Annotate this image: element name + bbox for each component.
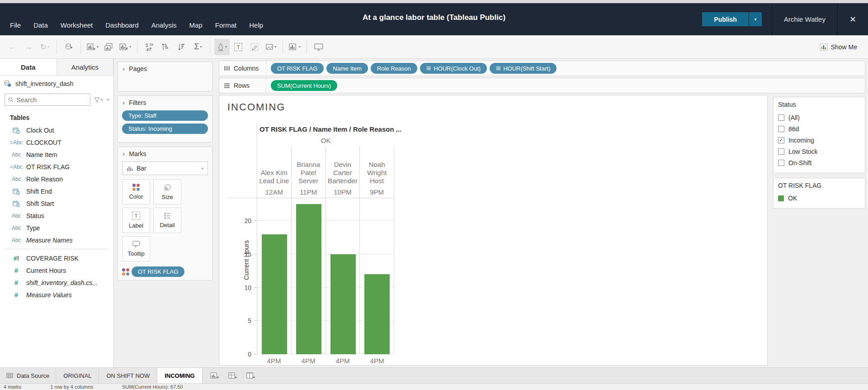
filter-pill[interactable]: Status: Incoming xyxy=(122,124,208,134)
data-source-tab[interactable]: Data Source xyxy=(0,368,56,383)
filter-checkbox-item[interactable]: 86d xyxy=(778,123,860,134)
member-header[interactable]: Alex Kim Lead Line xyxy=(257,146,292,186)
fix-axes-icon[interactable]: ▾ xyxy=(263,39,278,55)
field-row[interactable]: Shift Start xyxy=(0,197,113,209)
checkbox-icon[interactable] xyxy=(778,148,784,155)
hour-header[interactable]: 9PM xyxy=(360,186,394,198)
column-pill[interactable]: Name Item xyxy=(326,63,368,74)
field-row[interactable]: Abc Name Item xyxy=(0,148,113,161)
columns-shelf[interactable]: Columns OT RISK FLAGName ItemRole Reason… xyxy=(219,61,865,76)
presentation-mode-icon[interactable] xyxy=(311,39,326,55)
filter-checkbox-item[interactable]: Incoming xyxy=(778,134,860,146)
menu-item[interactable]: Format xyxy=(210,19,242,31)
checkbox-icon[interactable] xyxy=(778,137,784,143)
checkbox-icon[interactable] xyxy=(778,126,784,132)
field-row[interactable]: Abc OT RISK FLAG xyxy=(0,161,113,173)
search-input[interactable] xyxy=(17,96,87,104)
menu-item[interactable]: Dashboard xyxy=(100,19,144,31)
field-row[interactable]: Abc Measure Names xyxy=(0,234,113,246)
field-row[interactable]: #! COVERAGE RISK xyxy=(0,252,113,264)
swap-rows-columns-icon[interactable] xyxy=(142,39,157,55)
mark-property-button[interactable]: Color xyxy=(122,179,150,205)
show-mark-labels-icon[interactable]: T xyxy=(231,39,246,55)
bar-mark[interactable] xyxy=(364,274,390,354)
annotate-icon[interactable] xyxy=(247,39,262,55)
column-pill[interactable]: ⊞HOUR(Clock Out) xyxy=(420,63,487,74)
column-pill[interactable]: OT RISK FLAG xyxy=(271,63,324,74)
show-me-button[interactable]: Show Me xyxy=(813,43,863,51)
x-axis-label[interactable]: 4PM xyxy=(257,354,291,366)
collapse-icon[interactable]: ∧ xyxy=(122,152,125,157)
bar-mark[interactable] xyxy=(262,234,287,354)
close-icon[interactable]: ✕ xyxy=(838,3,868,35)
fit-selector-icon[interactable]: ▾ xyxy=(287,39,302,55)
undo-icon[interactable]: ← xyxy=(5,39,20,55)
menu-item[interactable]: Data xyxy=(28,19,53,31)
filter-checkbox-item[interactable]: On-Shift xyxy=(778,157,860,168)
row-pill[interactable]: SUM(Current Hours) xyxy=(271,80,337,91)
replay-icon[interactable]: ↻▾ xyxy=(37,39,52,55)
field-row[interactable]: Clock Out xyxy=(0,124,113,136)
mark-pill[interactable]: OT RISK FLAG xyxy=(132,266,184,277)
new-worksheet-icon[interactable]: ▾ xyxy=(85,39,100,55)
sort-ascending-icon[interactable] xyxy=(158,39,173,55)
redo-icon[interactable]: → xyxy=(21,39,36,55)
field-row[interactable]: # shift_inventory_dash.cs... xyxy=(0,276,113,289)
filter-pill[interactable]: Type: Staff xyxy=(122,110,208,121)
sheet-tab[interactable]: ORIGINAL xyxy=(56,368,99,383)
data-pane-tab[interactable]: Data xyxy=(0,59,57,75)
collapse-icon[interactable]: ∧ xyxy=(122,67,125,71)
clear-sheet-icon[interactable]: ▾ xyxy=(118,39,133,55)
x-axis-label[interactable]: 4PM xyxy=(291,354,326,366)
member-header[interactable]: Devin Carter Bartender xyxy=(326,146,360,186)
field-row[interactable]: Abc CLOCKOUT xyxy=(0,136,113,148)
mark-property-button[interactable]: Size xyxy=(153,179,181,205)
duplicate-sheet-icon[interactable] xyxy=(101,39,117,55)
field-row[interactable]: # Measure Values xyxy=(0,289,113,301)
x-axis-label[interactable]: 4PM xyxy=(360,354,394,366)
highlight-icon[interactable]: ▾ xyxy=(214,39,230,55)
new-dashboard-tab-icon[interactable] xyxy=(226,370,240,381)
hour-header[interactable]: 11PM xyxy=(292,186,326,198)
new-data-source-icon[interactable] xyxy=(61,39,76,55)
column-pill[interactable]: ⊞HOUR(Shift Start) xyxy=(490,63,557,74)
y-axis[interactable]: Current Hours 05101520 xyxy=(227,198,257,354)
field-row[interactable]: # Current Hours xyxy=(0,264,113,276)
new-story-tab-icon[interactable] xyxy=(244,370,258,381)
menu-item[interactable]: Analysis xyxy=(146,19,182,31)
data-pane-menu-icon[interactable]: ▾ xyxy=(106,97,110,103)
rows-shelf[interactable]: Rows SUM(Current Hours) xyxy=(219,78,865,93)
field-row[interactable]: Abc Status xyxy=(0,209,113,222)
publish-button[interactable]: Publish xyxy=(702,12,749,26)
hour-header[interactable]: 12AM xyxy=(257,186,292,198)
x-axis-label[interactable]: 4PM xyxy=(326,354,360,366)
menu-item[interactable]: Help xyxy=(244,19,269,31)
sort-descending-icon[interactable] xyxy=(174,39,189,55)
checkbox-icon[interactable] xyxy=(778,160,784,166)
collapse-icon[interactable]: ∧ xyxy=(122,100,125,105)
sheet-tab[interactable]: ON SHIFT NOW xyxy=(99,368,157,383)
column-pill[interactable]: Role Reason xyxy=(371,63,417,74)
legend-item[interactable]: OK xyxy=(778,193,860,204)
menu-item[interactable]: Map xyxy=(184,19,208,31)
menu-item[interactable]: Worksheet xyxy=(55,19,98,31)
member-header[interactable]: Brianna Patel Server xyxy=(292,146,326,186)
totals-icon[interactable]: Σ▾ xyxy=(190,39,206,55)
mark-property-button[interactable]: T Label xyxy=(122,208,150,233)
datasource-row[interactable]: shift_inventory_dash xyxy=(0,76,113,91)
member-header[interactable]: Noah Wright Host xyxy=(360,146,394,186)
filter-checkbox-item[interactable]: Low Stock xyxy=(778,146,860,157)
hour-header[interactable]: 10PM xyxy=(326,186,360,198)
checkbox-icon[interactable] xyxy=(778,114,784,121)
user-name[interactable]: Archie Watley xyxy=(772,15,837,23)
new-worksheet-tab-icon[interactable] xyxy=(208,370,222,381)
field-row[interactable]: Shift End xyxy=(0,185,113,197)
mark-type-dropdown[interactable]: Bar ▾ xyxy=(122,162,208,175)
field-row[interactable]: Abc Type xyxy=(0,222,113,234)
mark-property-button[interactable]: Tooltip xyxy=(122,236,150,262)
menu-item[interactable]: File xyxy=(5,19,26,31)
sheet-tab[interactable]: INCOMING xyxy=(157,368,202,383)
publish-caret-icon[interactable]: ▾ xyxy=(749,12,762,26)
bar-mark[interactable] xyxy=(296,204,321,354)
bar-mark[interactable] xyxy=(330,254,356,354)
